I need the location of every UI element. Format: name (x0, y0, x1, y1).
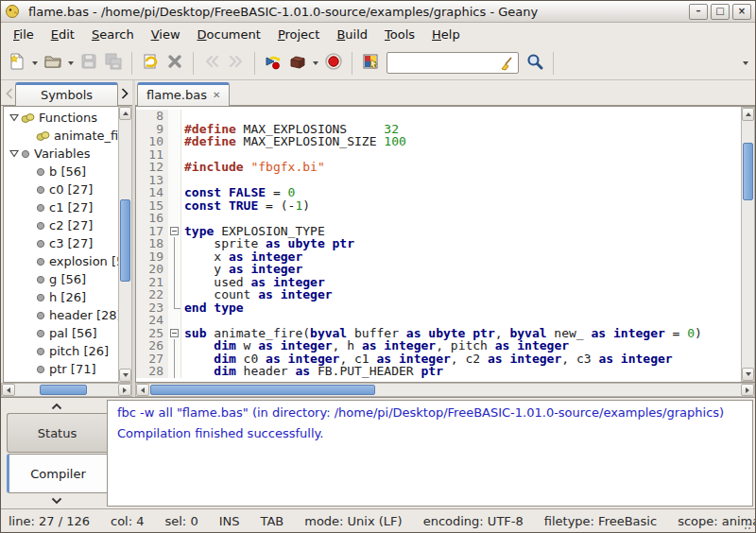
fold-margin[interactable] (168, 339, 181, 352)
tab-close-icon[interactable]: ✕ (213, 91, 220, 100)
tree-item-pal[interactable]: pal [56] (4, 324, 118, 342)
fold-margin[interactable] (168, 365, 181, 378)
resize-grip[interactable] (744, 521, 753, 530)
line-number[interactable]: 17 (136, 225, 168, 238)
line-number[interactable]: 27 (136, 352, 168, 366)
scroll-up-icon[interactable] (742, 108, 754, 121)
minimize-button[interactable]: – (689, 4, 708, 20)
tab-flame-bas[interactable]: flame.bas ✕ (137, 82, 230, 106)
line-number[interactable]: 19 (136, 250, 168, 264)
fold-margin[interactable] (168, 212, 181, 225)
titlebar[interactable]: flame.bas - /home/pi/Desktop/FreeBASIC-1… (1, 1, 755, 23)
color-chooser-button[interactable] (358, 50, 383, 77)
tree-item-Variables[interactable]: Variables (4, 145, 118, 163)
new-document-dropdown[interactable] (29, 50, 41, 77)
fold-margin[interactable] (168, 250, 181, 264)
fold-collapse-icon[interactable] (170, 329, 179, 337)
menu-document[interactable]: Document (189, 25, 269, 44)
scroll-right-icon[interactable] (118, 384, 131, 396)
build-button[interactable] (285, 50, 310, 77)
line-number[interactable]: 23 (136, 301, 168, 315)
message-tab-compiler[interactable]: Compiler (7, 454, 107, 493)
revert-button[interactable] (138, 50, 163, 77)
fold-margin[interactable] (168, 161, 181, 174)
fold-margin[interactable] (168, 225, 181, 238)
open-folder-button[interactable] (41, 50, 65, 77)
tree-item-c0[interactable]: c0 [27] (4, 181, 118, 198)
fold-margin[interactable] (168, 288, 181, 301)
line-number[interactable]: 22 (136, 288, 168, 301)
open-folder-dropdown[interactable] (65, 50, 77, 77)
line-number[interactable]: 20 (136, 263, 168, 276)
compile-button[interactable] (261, 50, 285, 77)
expander-icon[interactable] (8, 113, 21, 122)
menu-help[interactable]: Help (423, 25, 469, 44)
tree-item-h[interactable]: h [26] (4, 288, 118, 306)
tab-scroll-left-icon[interactable] (3, 84, 15, 103)
tree-item-c3[interactable]: c3 [27] (4, 234, 118, 252)
tree-item-animate_fire[interactable]: animate_fire (4, 127, 118, 145)
fold-margin[interactable] (168, 276, 181, 289)
clear-icon[interactable] (500, 56, 515, 71)
tree-item-ptr[interactable]: ptr [71] (4, 360, 118, 378)
scrollbar-thumb[interactable] (40, 385, 87, 395)
menu-build[interactable]: Build (328, 25, 376, 44)
line-number[interactable]: 26 (136, 339, 168, 352)
tree-item-header[interactable]: header [28] (4, 306, 118, 324)
line-number[interactable]: 15 (136, 199, 168, 213)
tree-item-explosion[interactable]: explosion [5 (4, 252, 118, 270)
scroll-right-icon[interactable] (741, 384, 754, 396)
menu-view[interactable]: View (143, 25, 189, 44)
line-number[interactable]: 28 (136, 365, 168, 378)
close-document-button[interactable] (163, 50, 187, 77)
sidebar-vertical-scrollbar[interactable] (118, 106, 132, 383)
tree-item-Functions[interactable]: Functions (4, 109, 118, 127)
line-number[interactable]: 18 (136, 237, 168, 250)
scroll-down-icon[interactable] (742, 368, 754, 381)
fold-margin[interactable] (168, 174, 181, 187)
menu-tools[interactable]: Tools (376, 25, 423, 44)
build-dropdown[interactable] (310, 50, 321, 77)
fold-margin[interactable] (168, 327, 181, 340)
line-number[interactable]: 16 (136, 212, 168, 225)
fold-margin[interactable] (168, 301, 181, 315)
line-number[interactable]: 11 (136, 148, 168, 162)
fold-margin[interactable] (168, 110, 181, 123)
line-number[interactable]: 9 (136, 123, 168, 136)
menu-search[interactable]: Search (83, 25, 143, 44)
tree-item-b[interactable]: b [56] (4, 163, 118, 181)
editor-vertical-scrollbar[interactable] (741, 107, 755, 382)
editor-horizontal-scrollbar[interactable] (135, 383, 755, 397)
find-button[interactable] (523, 50, 547, 77)
fold-margin[interactable] (168, 237, 181, 250)
fold-margin[interactable] (168, 352, 181, 366)
scrollbar-thumb[interactable] (743, 143, 753, 199)
fold-margin[interactable] (168, 148, 181, 162)
line-number[interactable]: 13 (136, 174, 168, 187)
scroll-left-icon[interactable] (136, 384, 149, 396)
fold-margin[interactable] (168, 263, 181, 276)
scrollbar-thumb[interactable] (120, 199, 130, 282)
line-number[interactable]: 24 (136, 314, 168, 327)
scroll-up-icon[interactable] (119, 107, 131, 120)
menu-edit[interactable]: Edit (43, 25, 83, 44)
new-document-button[interactable] (5, 50, 29, 77)
line-number[interactable]: 21 (136, 276, 168, 289)
line-number[interactable]: 25 (136, 327, 168, 340)
line-number[interactable]: 12 (136, 161, 168, 174)
fold-margin[interactable] (168, 135, 181, 148)
tab-scroll-right-icon[interactable] (118, 84, 130, 103)
expander-icon[interactable] (8, 149, 21, 158)
scroll-down-icon[interactable] (119, 369, 131, 382)
compiler-output[interactable]: fbc -w all "flame.bas" (in directory: /h… (107, 400, 753, 507)
menu-project[interactable]: Project (269, 25, 329, 44)
tree-item-pitch[interactable]: pitch [26] (4, 342, 118, 360)
collapse-up-icon[interactable] (7, 399, 107, 413)
sidebar-horizontal-scrollbar[interactable] (1, 383, 132, 397)
run-button[interactable] (321, 50, 346, 77)
line-number[interactable]: 10 (136, 135, 168, 148)
line-number[interactable]: 14 (136, 186, 168, 199)
fold-collapse-icon[interactable] (170, 227, 179, 235)
close-window-button[interactable]: × (732, 4, 751, 20)
scroll-left-icon[interactable] (2, 384, 15, 396)
